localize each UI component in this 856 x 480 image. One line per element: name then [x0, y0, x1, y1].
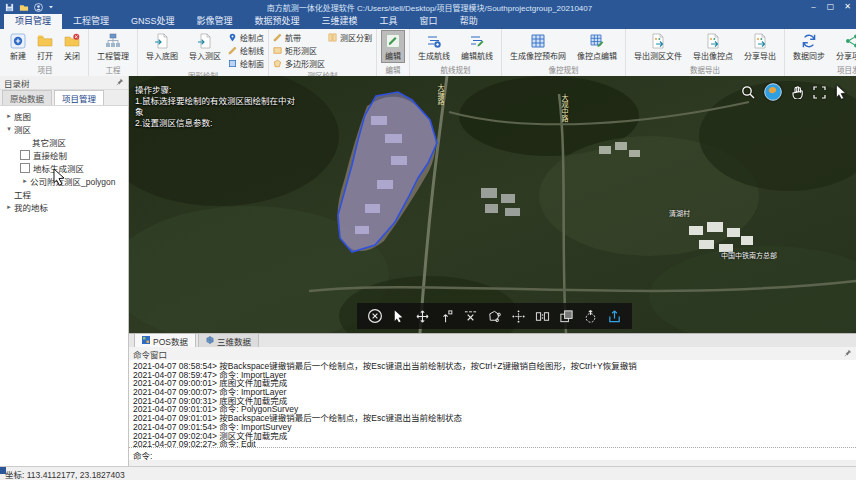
draw-line-button[interactable]: 绘制线 — [228, 45, 264, 56]
move-tool-icon[interactable] — [414, 308, 431, 325]
tab-engineering-management[interactable]: 工程管理 — [62, 14, 120, 29]
edit-toolbar — [357, 303, 632, 329]
map-road-label: 大观中路 — [559, 94, 569, 122]
draw-polygon-tool-icon[interactable] — [486, 308, 503, 325]
rotate-tool-icon[interactable] — [582, 308, 599, 325]
chevron-right-icon[interactable]: ▸ — [4, 203, 14, 211]
engineering-manage-button[interactable]: 工程管理 — [93, 30, 133, 63]
sidebar-tab-project-management[interactable]: 项目管理 — [54, 90, 104, 105]
group-label-edit: 编辑 — [381, 63, 405, 77]
mirror-tool-icon[interactable] — [534, 308, 551, 325]
close-button[interactable]: ✕ — [839, 0, 856, 14]
rect-survey-button[interactable]: 矩形测区 — [273, 45, 325, 56]
generate-control-net-button[interactable]: 生成像控预布网 — [506, 30, 570, 63]
import-basemap-button[interactable]: 导入底图 — [142, 30, 182, 63]
group-label-project: 项目 — [6, 63, 84, 77]
poly-survey-button[interactable]: 多边形测区 — [273, 58, 325, 69]
close-edit-mode-icon[interactable] — [366, 308, 383, 325]
copy-tool-icon[interactable] — [558, 308, 575, 325]
chevron-down-icon[interactable]: ▾ — [4, 125, 14, 133]
route-pencil-icon — [469, 33, 485, 49]
data-sync-button[interactable]: 数据同步 — [789, 30, 829, 63]
group-label-data-export: 数据导出 — [630, 63, 780, 77]
rect-survey-label: 矩形测区 — [285, 45, 317, 56]
group-label-route: 航线规划 — [414, 63, 497, 77]
tree-item-other-survey[interactable]: 其它测区 — [0, 135, 128, 148]
map-viewport[interactable]: 操作步骤: 1.鼠标选择要绘制的有效测区图绘制在中对象 2.设置测区信息参数: … — [129, 76, 856, 333]
search-icon[interactable] — [741, 85, 755, 103]
sidebar-tabs: 原始数据 项目管理 — [0, 90, 128, 106]
checkbox-unchecked[interactable] — [20, 163, 30, 173]
open-folder-icon[interactable] — [19, 3, 29, 12]
chevron-right-icon[interactable]: ▸ — [20, 177, 30, 185]
ribbon-group-publish: 数据同步 分享项目 进度查看 项目发布 — [785, 29, 856, 76]
add-vertex-icon[interactable] — [438, 308, 455, 325]
tree-item-direct-draw[interactable]: 直接绘制 — [0, 148, 128, 161]
draw-polygon-button[interactable]: 绘制面 — [228, 58, 264, 69]
chevron-right-icon[interactable]: ▸ — [4, 112, 14, 120]
tab-image-management[interactable]: 影像管理 — [186, 14, 244, 29]
tab-pos-data-label: POS数据 — [153, 335, 188, 347]
survey-split-button[interactable]: 测区分割 — [328, 32, 372, 43]
fullscreen-icon[interactable] — [813, 85, 826, 103]
open-project-button[interactable]: 打开 — [33, 30, 57, 63]
control-point-edit-button[interactable]: 像控点编辑 — [573, 30, 621, 63]
quick-access-toolbar — [0, 3, 54, 12]
tab-3d-data-label: 三维数据 — [217, 335, 251, 347]
checkbox-unchecked[interactable] — [20, 150, 30, 160]
tab-window[interactable]: 窗口 — [409, 14, 449, 29]
tree-item-label: 其它测区 — [32, 136, 66, 148]
tree-item-engineering[interactable]: 工程 — [0, 187, 128, 200]
close-project-button[interactable]: 关闭 — [60, 30, 84, 63]
strip-button[interactable]: 航带 — [273, 32, 325, 43]
export-survey-file-button[interactable]: 导出测区文件 — [630, 30, 686, 63]
tree-item-label: 底图 — [14, 110, 31, 122]
import-basemap-label: 导入底图 — [146, 50, 178, 61]
tab-data-preprocessing[interactable]: 数据预处理 — [244, 14, 311, 29]
tree-item-my-landmarks[interactable]: ▸ 我的地标 — [0, 200, 128, 213]
export-control-points-button[interactable]: 导出像控点 — [689, 30, 737, 63]
edit-button[interactable]: 编辑 — [381, 30, 405, 63]
delete-vertex-icon[interactable] — [462, 308, 479, 325]
new-project-button[interactable]: 新建 — [6, 30, 30, 63]
ribbon-group-survey-draw: 航带 矩形测区 多边形测区 测区分割 — [269, 29, 377, 76]
tab-gnss-processing[interactable]: GNSS处理 — [120, 14, 186, 29]
tree-item-survey-areas[interactable]: ▾ 测区 — [0, 122, 128, 135]
sidebar-tab-raw-data[interactable]: 原始数据 — [2, 90, 52, 105]
pin-icon[interactable] — [116, 78, 124, 88]
engineering-manage-label: 工程管理 — [97, 50, 129, 61]
ribbon-tab-bar: 项目管理 工程管理 GNSS处理 影像管理 数据预处理 三维建模 工具 窗口 帮… — [0, 14, 856, 29]
command-log[interactable]: 2021-04-07 08:58:54> 按Backspace键撤销最后一个绘制… — [129, 360, 856, 451]
generate-route-button[interactable]: 生成航线 — [414, 30, 454, 63]
maximize-button[interactable]: ▢ — [822, 0, 839, 14]
share-export-button[interactable]: 分享导出 — [740, 30, 780, 63]
tab-tools[interactable]: 工具 — [369, 14, 409, 29]
export-tool-icon[interactable] — [606, 308, 623, 325]
select-tool-icon[interactable] — [390, 308, 407, 325]
share-project-button[interactable]: 分享项目 — [832, 30, 856, 63]
user-icon[interactable] — [34, 3, 43, 12]
edit-route-button[interactable]: 编辑航线 — [457, 30, 497, 63]
cursor-arrow-icon — [835, 84, 848, 104]
open-folder-icon — [37, 33, 53, 49]
globe-button[interactable] — [764, 83, 782, 105]
tab-help[interactable]: 帮助 — [449, 14, 489, 29]
node-edit-icon[interactable] — [510, 308, 527, 325]
tab-3d-modeling[interactable]: 三维建模 — [311, 14, 369, 29]
tab-pos-data[interactable]: POS数据 — [134, 333, 196, 348]
pin-icon[interactable] — [844, 349, 852, 359]
minimize-button[interactable]: – — [805, 0, 822, 14]
poly-survey-label: 多边形测区 — [285, 58, 325, 69]
command-input[interactable]: 命令: — [129, 447, 856, 461]
draw-point-button[interactable]: 绘制点 — [228, 32, 264, 43]
pan-hand-icon[interactable] — [791, 85, 804, 103]
draw-point-label: 绘制点 — [240, 32, 264, 43]
tree-item-basemap[interactable]: ▸ 底图 — [0, 109, 128, 122]
save-icon[interactable] — [5, 3, 14, 12]
edit-route-label: 编辑航线 — [461, 50, 493, 61]
import-survey-button[interactable]: 导入测区 — [185, 30, 225, 63]
instructions-step2: 2.设置测区信息参数: — [135, 118, 303, 129]
close-folder-icon — [64, 33, 80, 49]
tab-project-management[interactable]: 项目管理 — [4, 14, 62, 29]
tab-3d-data[interactable]: 三维数据 — [198, 333, 259, 348]
